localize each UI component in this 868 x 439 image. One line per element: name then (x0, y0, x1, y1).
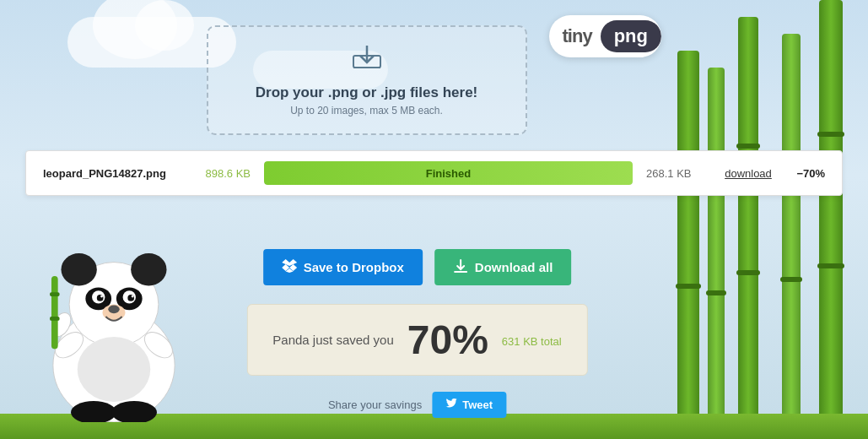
share-row: Share your savings Tweet (328, 392, 506, 418)
file-new-size: 268.1 KB (646, 167, 705, 180)
action-buttons: Save to Dropbox Download all (263, 249, 572, 285)
bamboo-stalk-4 (708, 68, 725, 439)
bamboo-stalk-2 (782, 34, 801, 439)
dropbox-icon (282, 258, 297, 276)
bamboo-decoration (632, 0, 868, 439)
svg-marker-3 (282, 259, 297, 266)
savings-percentage: 70% (407, 317, 488, 363)
dropzone-title: Drop your .png or .jpg files here! (256, 84, 478, 101)
bamboo-stalk-5 (677, 51, 699, 439)
savings-box: Panda just saved you 70% 631 KB total (246, 304, 587, 376)
svg-rect-24 (51, 276, 58, 350)
savings-total: 631 KB total (502, 335, 562, 348)
share-label: Share your savings (328, 398, 422, 411)
progress-bar: Finished (264, 161, 633, 185)
download-all-button[interactable]: Download all (434, 249, 572, 285)
savings-total-col: 631 KB total (502, 332, 562, 348)
svg-point-19 (132, 295, 134, 298)
upload-icon (350, 44, 384, 78)
panda-illustration (0, 211, 228, 422)
logo-tiny-text: tiny (563, 25, 592, 47)
twitter-icon (445, 398, 457, 412)
progress-bar-fill: Finished (264, 161, 633, 185)
svg-rect-26 (50, 317, 60, 321)
reduction-percentage: −70% (791, 167, 825, 180)
bamboo-stalk-1 (819, 0, 843, 439)
drop-zone[interactable]: Drop your .png or .jpg files here! Up to… (207, 25, 527, 135)
svg-point-11 (131, 253, 166, 285)
svg-point-21 (108, 306, 119, 314)
savings-text-col: Panda just saved you (272, 331, 393, 349)
file-row: leopard_PNG14827.png 898.6 KB Finished 2… (25, 150, 843, 196)
save-to-dropbox-label: Save to Dropbox (304, 260, 404, 274)
svg-point-18 (100, 295, 103, 298)
file-original-size: 898.6 KB (191, 167, 251, 180)
download-all-label: Download all (475, 260, 553, 274)
download-link[interactable]: download (719, 167, 778, 180)
svg-point-28 (78, 337, 151, 402)
svg-rect-25 (50, 292, 60, 296)
panda-svg (17, 211, 211, 422)
savings-prefix: Panda just saved you (272, 331, 393, 349)
svg-point-10 (62, 253, 97, 285)
app-logo: tiny png (549, 15, 661, 57)
dropzone-subtitle: Up to 20 images, max 5 MB each. (290, 105, 443, 117)
logo-png-text: png (601, 20, 661, 52)
progress-label: Finished (426, 167, 471, 180)
tweet-button[interactable]: Tweet (432, 392, 506, 418)
tweet-label: Tweet (462, 398, 493, 411)
file-name: leopard_PNG14827.png (43, 167, 178, 180)
bamboo-stalk-3 (738, 17, 758, 439)
save-to-dropbox-button[interactable]: Save to Dropbox (263, 249, 423, 285)
download-all-icon (453, 258, 468, 276)
